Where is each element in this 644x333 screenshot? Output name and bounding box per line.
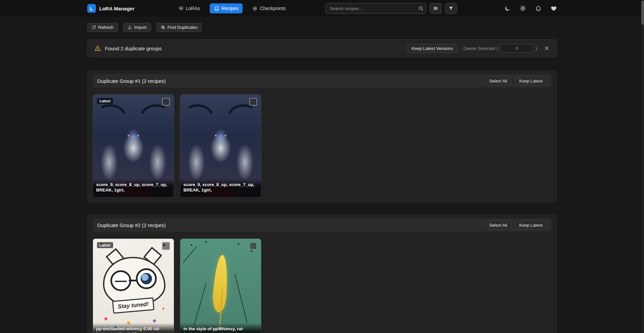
banner-message-area: Found 2 duplicate groups xyxy=(94,45,162,52)
delete-selected-prefix: Delete Selected ( xyxy=(463,46,498,51)
heart-icon xyxy=(550,5,557,12)
group-header: Duplicate Group #2 (2 recipes) Select Al… xyxy=(93,218,552,232)
scrollbar-track[interactable] xyxy=(641,0,644,333)
cat-glasses xyxy=(110,270,131,291)
recipe-image: Stay tuned! xyxy=(93,239,174,333)
delete-selected-control: Delete Selected ( ) xyxy=(463,44,537,53)
app-logo[interactable]: L xyxy=(87,4,96,13)
card-caption: in the style of ppWhimsy, ral-frctlgmtry… xyxy=(180,323,261,333)
twig-decoration xyxy=(183,246,197,263)
recipe-card[interactable]: Latest score_9, score_8_up, score_7_up, … xyxy=(93,94,174,198)
tab-recipes[interactable]: Recipes xyxy=(210,3,243,13)
search-input[interactable] xyxy=(326,3,426,14)
funnel-icon xyxy=(448,6,454,11)
search-area xyxy=(326,3,457,14)
favorites-button[interactable] xyxy=(550,5,557,12)
twig-decoration xyxy=(234,274,247,323)
sliders-icon xyxy=(433,6,438,11)
delete-selected-suffix: ) xyxy=(536,46,537,51)
find-duplicates-button[interactable]: Find Duplicates xyxy=(156,23,202,32)
copy-icon xyxy=(161,25,165,30)
tab-label: Recipes xyxy=(221,6,239,11)
duplicate-group-1: Duplicate Group #1 (2 recipes) Select Al… xyxy=(87,70,557,203)
banner-actions: Keep Latest Versions Delete Selected ( ) xyxy=(407,44,550,53)
notifications-button[interactable] xyxy=(535,5,542,12)
card-checkbox[interactable] xyxy=(249,242,257,250)
scrollbar-thumb[interactable] xyxy=(641,1,644,25)
top-navbar: L LoRA Manager LoRAs Recipes C xyxy=(0,0,644,17)
search-icon[interactable] xyxy=(417,5,424,12)
warning-icon xyxy=(94,45,101,52)
group-title: Duplicate Group #1 (2 recipes) xyxy=(97,78,166,84)
app-title: LoRA Manager xyxy=(99,6,135,11)
select-all-button[interactable]: Select All xyxy=(485,76,511,85)
group-actions: Select All Keep Latest xyxy=(485,76,547,85)
brand: L LoRA Manager xyxy=(87,4,135,13)
layers-icon xyxy=(179,6,184,11)
recipe-card[interactable]: in the style of ppWhimsy, ral-frctlgmtry… xyxy=(180,238,261,333)
sliders-filter-button[interactable] xyxy=(430,3,442,14)
refresh-button[interactable]: Refresh xyxy=(87,23,118,32)
select-all-button[interactable]: Select All xyxy=(485,221,511,229)
import-label: Import xyxy=(134,25,147,30)
search-box xyxy=(326,3,426,14)
nav-actions xyxy=(504,5,557,12)
tab-label: LoRAs xyxy=(186,6,200,11)
duplicate-group-2: Duplicate Group #2 (2 recipes) Select Al… xyxy=(87,214,557,333)
moon-icon xyxy=(504,5,511,12)
import-icon xyxy=(128,25,132,30)
group-title: Duplicate Group #2 (2 recipes) xyxy=(97,222,166,228)
cards-row: Stay tuned! Latest pp-enchanted-whimsy:0… xyxy=(93,238,552,333)
latest-badge: Latest xyxy=(97,242,113,248)
keep-latest-button[interactable]: Keep Latest xyxy=(515,221,547,229)
delete-count-input[interactable] xyxy=(500,44,534,53)
card-caption: score_9, score_8_up, score_7_up, BREAK, … xyxy=(180,179,261,197)
banner-message: Found 2 duplicate groups xyxy=(105,46,162,51)
card-checkbox[interactable] xyxy=(162,242,170,250)
card-checkbox[interactable] xyxy=(249,98,257,106)
group-actions: Select All Keep Latest xyxy=(485,221,547,229)
group-header: Duplicate Group #1 (2 recipes) Select Al… xyxy=(93,74,552,88)
twig-decoration xyxy=(193,283,206,326)
tab-checkpoints[interactable]: Checkpoints xyxy=(248,3,290,13)
logo-letter: L xyxy=(90,6,93,11)
card-checkbox[interactable] xyxy=(162,98,170,106)
theme-toggle-button[interactable] xyxy=(504,5,511,12)
toolbar: Refresh Import Find Duplicates xyxy=(87,23,557,32)
checkpoint-icon xyxy=(252,6,257,11)
card-caption: score_9, score_8_up, score_7_up, BREAK, … xyxy=(93,179,174,197)
import-button[interactable]: Import xyxy=(123,23,151,32)
find-duplicates-label: Find Duplicates xyxy=(167,25,198,30)
duplicates-banner: Found 2 duplicate groups Keep Latest Ver… xyxy=(87,39,557,57)
refresh-icon xyxy=(92,25,96,30)
banner-close-button[interactable] xyxy=(543,45,550,52)
recipe-card[interactable]: Stay tuned! Latest pp-enchanted-whimsy:0… xyxy=(93,238,174,333)
recipe-card[interactable]: score_9, score_8_up, score_7_up, BREAK, … xyxy=(180,94,261,198)
keep-latest-versions-button[interactable]: Keep Latest Versions xyxy=(407,44,457,53)
refresh-label: Refresh xyxy=(98,25,114,30)
recipe-image xyxy=(180,239,261,333)
navbar-inner: L LoRA Manager LoRAs Recipes C xyxy=(87,0,557,17)
settings-button[interactable] xyxy=(519,5,526,12)
gear-icon xyxy=(519,5,526,12)
nav-tabs: LoRAs Recipes Checkpoints xyxy=(174,3,290,13)
card-caption: pp-enchanted-whimsy:0.90 ral-frctlgmtry_… xyxy=(93,323,174,333)
cat-glasses xyxy=(136,268,157,289)
tab-label: Checkpoints xyxy=(260,6,286,11)
cards-row: Latest score_9, score_8_up, score_7_up, … xyxy=(93,94,552,198)
tab-loras[interactable]: LoRAs xyxy=(174,3,204,13)
book-icon xyxy=(214,6,219,11)
page-content: Refresh Import Find Duplicates Found 2 d… xyxy=(87,17,557,333)
keep-latest-button[interactable]: Keep Latest xyxy=(515,76,547,85)
funnel-filter-button[interactable] xyxy=(445,3,457,14)
latest-badge: Latest xyxy=(97,98,113,104)
bell-icon xyxy=(535,5,542,12)
